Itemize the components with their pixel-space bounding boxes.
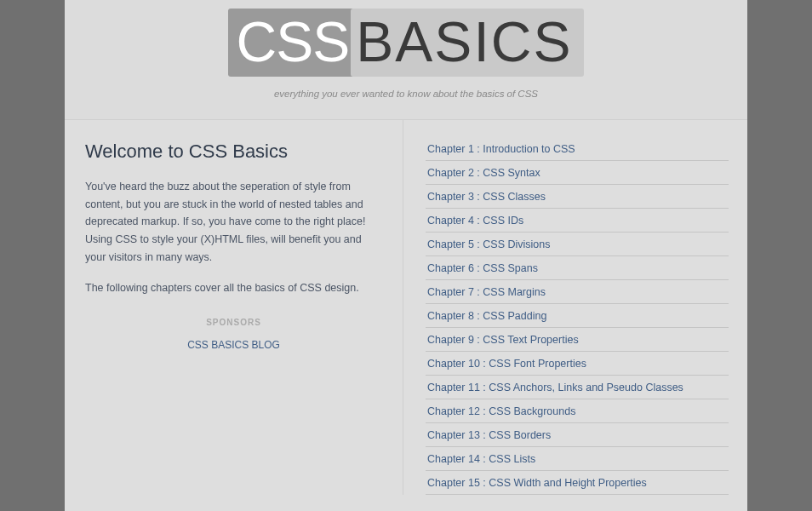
chapter-link-2[interactable]: Chapter 2 : CSS Syntax <box>426 161 729 185</box>
tagline: everything you ever wanted to know about… <box>65 89 747 99</box>
intro-paragraph: You've heard the buzz about the seperati… <box>85 178 382 266</box>
main-content: Welcome to CSS Basics You've heard the b… <box>65 119 747 495</box>
chapter-link-4[interactable]: Chapter 4 : CSS IDs <box>426 209 729 233</box>
page-title: Welcome to CSS Basics <box>85 141 382 163</box>
site-header: CSS BASICS everything you ever wanted to… <box>65 0 747 119</box>
chapter-link-9[interactable]: Chapter 9 : CSS Text Properties <box>426 328 729 352</box>
chapter-link-13[interactable]: Chapter 13 : CSS Borders <box>426 423 729 447</box>
left-column: Welcome to CSS Basics You've heard the b… <box>65 120 403 495</box>
chapter-link-7[interactable]: Chapter 7 : CSS Margins <box>426 280 729 304</box>
logo-css: CSS <box>228 9 355 77</box>
chapter-link-5[interactable]: Chapter 5 : CSS Divisions <box>426 233 729 256</box>
chapter-link-8[interactable]: Chapter 8 : CSS Padding <box>426 304 729 328</box>
chapter-list: Chapter 1 : Introduction to CSSChapter 2… <box>403 120 747 495</box>
chapter-link-12[interactable]: Chapter 12 : CSS Backgrounds <box>426 399 729 423</box>
chapter-link-11[interactable]: Chapter 11 : CSS Anchors, Links and Pseu… <box>426 376 729 399</box>
chapter-link-6[interactable]: Chapter 6 : CSS Spans <box>426 256 729 280</box>
chapter-link-15[interactable]: Chapter 15 : CSS Width and Height Proper… <box>426 471 729 495</box>
note-paragraph: The following chapters cover all the bas… <box>85 279 382 297</box>
chapter-link-10[interactable]: Chapter 10 : CSS Font Properties <box>426 352 729 376</box>
logo: CSS BASICS <box>228 9 585 77</box>
chapter-link-14[interactable]: Chapter 14 : CSS Lists <box>426 447 729 471</box>
logo-basics: BASICS <box>351 9 584 77</box>
sponsors-heading: SPONSORS <box>85 318 382 327</box>
chapter-link-1[interactable]: Chapter 1 : Introduction to CSS <box>426 137 729 161</box>
page-container: CSS BASICS everything you ever wanted to… <box>65 0 747 511</box>
sponsor-blog-link[interactable]: CSS BASICS BLOG <box>85 339 382 351</box>
chapter-link-3[interactable]: Chapter 3 : CSS Classes <box>426 185 729 209</box>
